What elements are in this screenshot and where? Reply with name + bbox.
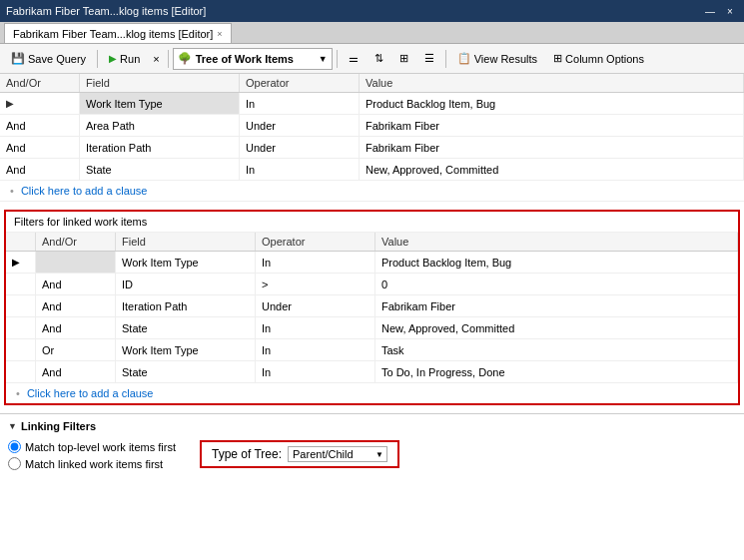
col-header-field: Field [80, 74, 240, 92]
linked-cell-field: Work Item Type [116, 339, 256, 360]
toolbar-extra-btn4[interactable]: ☰ [417, 48, 441, 70]
linked-cell-field: Iteration Path [116, 295, 256, 316]
linked-cell-andor[interactable] [36, 252, 116, 273]
top-query-grid: And/Or Field Operator Value [0, 74, 744, 93]
cell-andor: And [0, 115, 80, 136]
linked-cell-andor: Or [36, 339, 116, 360]
cell-andor: ▶ [0, 93, 80, 114]
linked-cell-field: Work Item Type [116, 252, 256, 273]
linked-grid-row: And State In To Do, In Progress, Done [6, 361, 738, 383]
linked-cell-value: Product Backlog Item, Bug [375, 252, 738, 273]
radio-linked[interactable]: Match linked work items first [8, 457, 176, 470]
editor-tab-label: Fabrikam Fiber Team...klog items [Editor… [13, 28, 213, 40]
top-grid-row: And Area Path Under Fabrikam Fiber [0, 115, 744, 137]
top-grid-row: ▶ Work Item Type In Product Backlog Item… [0, 93, 744, 115]
column-options-button[interactable]: ⊞ Column Options [546, 48, 651, 70]
toolbar-extra-btn3[interactable]: ⊞ [392, 48, 415, 70]
cell-field: Area Path [80, 115, 240, 136]
linking-filters-content: Match top-level work items first Match l… [8, 436, 736, 470]
linked-grid-row: And ID > 0 [6, 274, 738, 295]
radio-top-level-input[interactable] [8, 440, 21, 453]
cell-value: New, Approved, Committed [360, 159, 744, 180]
cell-operator: Under [240, 115, 360, 136]
toolbar-extra-btn2[interactable]: ⇅ [368, 48, 390, 70]
cell-andor: And [0, 137, 80, 158]
cell-value: Fabrikam Fiber [360, 137, 744, 158]
cell-value: Product Backlog Item, Bug [360, 93, 744, 114]
linked-cell-arrow: ▶ [6, 252, 36, 273]
linked-cell-operator: Under [256, 295, 375, 316]
linked-grid-row: And State In New, Approved, Committed [6, 317, 738, 339]
cell-field: State [80, 159, 240, 180]
run-icon: ▶ [109, 53, 117, 64]
cell-field[interactable]: Work Item Type [80, 93, 240, 114]
run-button[interactable]: ▶ Run [102, 48, 147, 70]
main-content: And/Or Field Operator Value ▶ Work Item … [0, 74, 744, 560]
type-of-tree-label: Type of Tree: [212, 447, 282, 461]
linked-grid-row: And Iteration Path Under Fabrikam Fiber [6, 295, 738, 317]
separator-1 [97, 50, 98, 68]
linked-grid-row: ▶ Work Item Type In Product Backlog Item… [6, 252, 738, 274]
linked-cell-value: New, Approved, Committed [375, 317, 738, 338]
title-bar-text: Fabrikam Fiber Team...klog items [Editor… [6, 5, 702, 17]
tree-type-box: Type of Tree: Parent/Child Related [200, 440, 399, 468]
linked-col-value: Value [375, 233, 738, 251]
close-button[interactable]: × [722, 3, 738, 19]
toolbar-extra-btn1[interactable]: ⚌ [342, 48, 366, 70]
col-header-operator: Operator [240, 74, 360, 92]
linked-cell-arrow [6, 295, 36, 316]
add-clause-linked-bullet: • [16, 387, 20, 399]
cell-operator: In [240, 93, 360, 114]
row-arrow: ▶ [6, 98, 14, 109]
tree-type-select-wrapper[interactable]: Parent/Child Related [288, 446, 387, 462]
linked-cell-value: Fabrikam Fiber [375, 295, 738, 316]
cell-operator: In [240, 159, 360, 180]
linked-cell-arrow [6, 317, 36, 338]
linked-cell-field: State [116, 361, 256, 382]
separator-4 [445, 50, 446, 68]
radio-linked-input[interactable] [8, 457, 21, 470]
cell-operator: Under [240, 137, 360, 158]
tab-bar: Fabrikam Fiber Team...klog items [Editor… [0, 22, 744, 44]
save-icon: 💾 [11, 52, 25, 65]
linked-cell-arrow [6, 274, 36, 294]
tab-close-icon[interactable]: × [217, 29, 222, 39]
tree-type-select[interactable]: Parent/Child Related [288, 446, 387, 462]
linked-cell-operator: In [256, 339, 375, 360]
linked-cell-operator: In [256, 361, 375, 382]
linked-cell-operator: > [256, 274, 375, 294]
linked-grid-header: And/Or Field Operator Value [6, 233, 738, 252]
linked-cell-value: 0 [375, 274, 738, 294]
title-bar-controls: — × [702, 3, 738, 19]
collapse-icon[interactable]: ▼ [8, 421, 17, 431]
top-grid-row: And Iteration Path Under Fabrikam Fiber [0, 137, 744, 159]
cell-value: Fabrikam Fiber [360, 115, 744, 136]
view-results-icon: 📋 [457, 52, 471, 65]
linked-cell-arrow [6, 339, 36, 360]
separator-3 [337, 50, 338, 68]
save-query-button[interactable]: 💾 Save Query [4, 48, 93, 70]
cancel-run-button[interactable]: × [149, 48, 163, 70]
linked-cell-arrow [6, 361, 36, 382]
toolbar: 💾 Save Query ▶ Run × 🌳 Tree of Work Item… [0, 44, 744, 74]
column-options-icon: ⊞ [553, 52, 562, 65]
radio-group: Match top-level work items first Match l… [8, 440, 176, 470]
view-results-button[interactable]: 📋 View Results [450, 48, 544, 70]
linked-col-operator: Operator [256, 233, 375, 251]
linked-cell-andor: And [36, 361, 116, 382]
linked-cell-andor: And [36, 317, 116, 338]
linked-grid-row: Or Work Item Type In Task [6, 339, 738, 361]
add-clause-top[interactable]: • Click here to add a clause [0, 181, 744, 202]
linked-cell-andor: And [36, 274, 116, 294]
linked-cell-value: To Do, In Progress, Done [375, 361, 738, 382]
add-clause-linked[interactable]: • Click here to add a clause [6, 383, 738, 403]
editor-tab[interactable]: Fabrikam Fiber Team...klog items [Editor… [4, 23, 232, 43]
cell-andor: And [0, 159, 80, 180]
minimize-button[interactable]: — [702, 3, 718, 19]
add-clause-bullet: • [10, 185, 14, 197]
linked-section: Filters for linked work items And/Or Fie… [4, 210, 740, 405]
linked-cell-field: ID [116, 274, 256, 294]
linked-cell-andor: And [36, 295, 116, 316]
radio-top-level[interactable]: Match top-level work items first [8, 440, 176, 453]
query-type-select[interactable]: 🌳 Tree of Work Items Tree of Work Items … [173, 48, 333, 70]
